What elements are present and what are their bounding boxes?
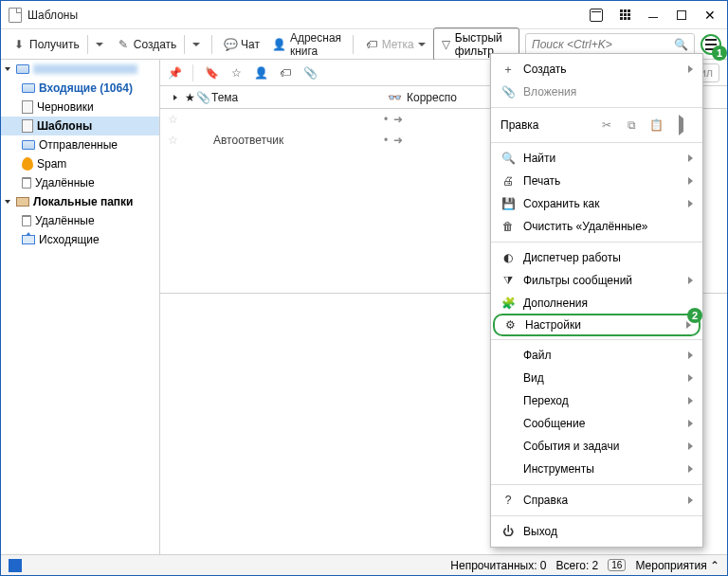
window-title: Шаблоны [27, 9, 583, 22]
download-icon: ⬇ [12, 38, 26, 51]
menu-events[interactable]: События и задачи [491, 435, 702, 458]
sidebar-item-trash[interactable]: Удалённые [1, 173, 159, 192]
cut-icon[interactable]: ✂ [594, 118, 619, 132]
app-menu-button[interactable]: 1 [701, 34, 721, 55]
local-folders[interactable]: Локальные папки [1, 192, 159, 211]
calendar-icon[interactable] [583, 4, 610, 27]
callout-one: 1 [712, 45, 727, 61]
filter-icon: ▽ [442, 38, 450, 51]
star-icon[interactable]: ☆ [229, 66, 243, 80]
menu-view[interactable]: Вид [491, 367, 702, 389]
trash-icon [22, 177, 31, 189]
template-icon [22, 119, 33, 133]
chat-icon: 💬 [224, 38, 237, 51]
apps-icon[interactable] [611, 4, 638, 27]
spam-icon [22, 157, 33, 171]
contacts-icon: 👤 [273, 38, 286, 51]
menu-settings[interactable]: ⚙ Настройки 2 [493, 314, 701, 336]
trash-icon: 🗑 [500, 220, 516, 233]
attachment-icon[interactable]: 📎 [303, 66, 317, 80]
theme-col[interactable]: Тема [206, 91, 382, 104]
sent-icon [22, 140, 35, 150]
attach-col[interactable]: 📎 [191, 91, 206, 104]
sidebar-item-local-trash[interactable]: Удалённые [1, 211, 159, 230]
menu-addons[interactable]: 🧩Дополнения [491, 292, 702, 315]
menu-find[interactable]: 🔍Найти [491, 147, 702, 170]
search-icon: 🔍 [500, 152, 516, 165]
search-field[interactable]: 🔍 [525, 33, 695, 56]
star-col[interactable]: ★ [179, 91, 191, 104]
tag-icon[interactable]: 🏷 [279, 66, 292, 80]
people-icon[interactable]: 👤 [254, 66, 267, 80]
power-icon: ⏻ [500, 525, 516, 538]
minimize-button[interactable] [640, 4, 666, 27]
print-icon: 🖨 [500, 174, 516, 188]
activity-icon: ◐ [500, 251, 516, 264]
sidebar-item-templates[interactable]: Шаблоны [1, 117, 159, 135]
app-menu: ＋Создать 📎Вложения Правка ✂ ⧉ 📋 🔍Найти 🖨… [490, 53, 703, 548]
plus-icon: ＋ [500, 62, 516, 78]
attach-icon: 📎 [500, 85, 516, 99]
status-unread: Непрочитанных: 0 [450, 559, 546, 572]
address-book-button[interactable]: 👤 Адресная книга [267, 28, 347, 61]
draft-icon [22, 100, 33, 114]
menu-message[interactable]: Сообщение [491, 412, 702, 435]
status-total: Всего: 2 [555, 559, 598, 572]
status-icon [9, 559, 22, 572]
status-bar: Непрочитанных: 0 Всего: 2 16 Мероприятия… [1, 554, 727, 575]
funnel-icon: ⧩ [500, 274, 516, 287]
pencil-icon: ✎ [117, 38, 130, 51]
sidebar-item-spam[interactable]: Spam [1, 154, 159, 173]
page-icon [9, 8, 22, 23]
puzzle-icon: 🧩 [500, 297, 516, 310]
outbox-icon [22, 235, 35, 244]
menu-help[interactable]: ?Справка [491, 489, 702, 512]
pin-icon[interactable]: 📌 [168, 66, 181, 80]
account-icon [16, 64, 29, 74]
inbox-icon [22, 83, 35, 93]
tag-button[interactable]: 🏷 Метка [359, 35, 431, 54]
callout-two: 2 [687, 308, 702, 323]
sidebar-item-sent[interactable]: Отправленные [1, 135, 159, 154]
menu-saveas[interactable]: 💾Сохранить как [491, 192, 702, 215]
read-col[interactable]: 👓 [382, 91, 401, 104]
tag-icon: 🏷 [365, 38, 378, 51]
paste-icon[interactable]: 📋 [644, 118, 668, 132]
menu-create[interactable]: ＋Создать [491, 58, 702, 81]
menu-filters[interactable]: ⧩Фильтры сообщений [491, 269, 702, 292]
sidebar-item-drafts[interactable]: Черновики [1, 98, 159, 117]
save-icon: 💾 [500, 197, 516, 210]
menu-empty-trash[interactable]: 🗑Очистить «Удалённые» [491, 215, 702, 238]
sidebar-item-outbox[interactable]: Исходящие [1, 230, 159, 249]
get-mail-button[interactable]: ⬇ Получить [7, 32, 109, 57]
sidebar-item-inbox[interactable]: Входящие (1064) [1, 79, 159, 98]
chat-button[interactable]: 💬 Чат [218, 35, 265, 54]
trash-icon [22, 215, 31, 226]
star-icon[interactable]: ☆ [168, 113, 183, 126]
account-row[interactable] [1, 60, 159, 79]
search-input[interactable] [532, 38, 675, 51]
maximize-button[interactable] [668, 4, 695, 27]
events-button[interactable]: Мероприятия ⌃ [635, 559, 719, 572]
help-icon: ? [500, 494, 516, 507]
folder-tree: Входящие (1064) Черновики Шаблоны Отправ… [1, 60, 160, 554]
menu-attachments: 📎Вложения [491, 81, 702, 103]
menu-activity[interactable]: ◐Диспетчер работы [491, 246, 702, 269]
copy-icon[interactable]: ⧉ [619, 118, 644, 132]
menu-tools[interactable]: Инструменты [491, 458, 702, 480]
gear-icon: ⚙ [502, 318, 518, 332]
thread-col[interactable] [168, 95, 179, 100]
search-icon: 🔍 [675, 38, 688, 51]
menu-quit[interactable]: ⏻Выход [491, 520, 702, 543]
events-count[interactable]: 16 [608, 559, 626, 571]
local-icon [16, 197, 29, 207]
menu-go[interactable]: Переход [491, 389, 702, 412]
star-icon[interactable]: ☆ [168, 134, 183, 147]
menu-print[interactable]: 🖨Печать [491, 170, 702, 192]
close-button[interactable]: ✕ [697, 4, 723, 27]
bookmark-icon[interactable]: 🔖 [205, 66, 218, 80]
menu-edit-row: Правка ✂ ⧉ 📋 [491, 112, 702, 138]
create-button[interactable]: ✎ Создать [111, 32, 207, 57]
menu-file[interactable]: Файл [491, 344, 702, 367]
